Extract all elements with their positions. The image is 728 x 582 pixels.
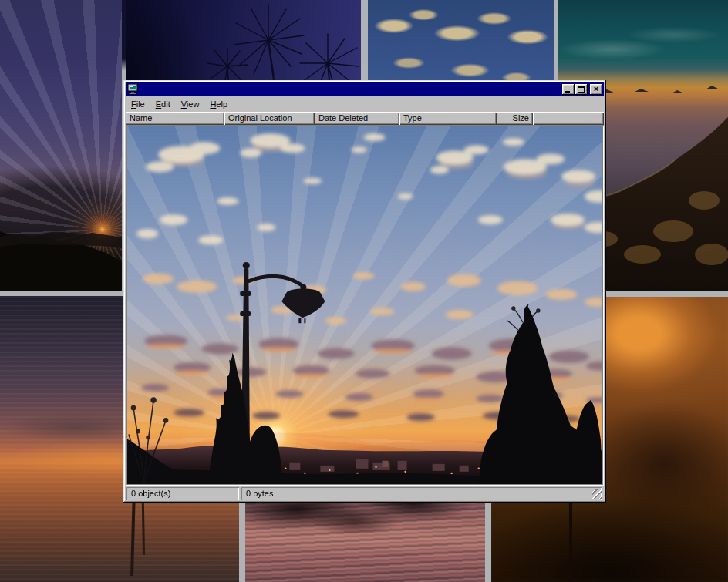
menu-view[interactable]: View [177,98,204,111]
recycle-bin-window: × File Edit View Help Name Original Loca… [123,80,606,503]
column-header-size[interactable]: Size [497,112,533,125]
column-header-date-deleted[interactable]: Date Deleted [315,112,399,125]
column-header-type[interactable]: Type [399,112,497,125]
maximize-icon [578,86,585,93]
menu-edit[interactable]: Edit [151,98,175,111]
minimize-icon [565,91,570,93]
column-header-name[interactable]: Name [126,112,224,125]
close-icon: × [590,84,602,95]
close-button[interactable]: × [590,84,602,95]
thin-pole-icon [569,496,572,582]
menu-bar: File Edit View Help [126,96,604,112]
column-header-original-location[interactable]: Original Location [224,112,315,125]
sunset-rays-hill [0,0,122,291]
minimize-button[interactable] [562,84,575,95]
menu-help[interactable]: Help [205,98,232,111]
maximize-button[interactable] [575,84,588,95]
window-titlebar[interactable]: × [126,82,604,96]
right-tree-group [479,305,602,484]
list-view-area[interactable] [126,125,604,486]
computer-icon[interactable] [127,84,140,95]
status-bar: 0 object(s) 0 bytes [126,486,604,500]
column-header-empty[interactable] [533,112,604,125]
list-column-headers: Name Original Location Date Deleted Type… [126,112,604,125]
menu-file[interactable]: File [126,98,150,111]
resize-grip[interactable] [592,489,602,499]
status-object-count: 0 object(s) [126,487,239,500]
bg-tile-sunset-rays [0,0,122,291]
status-size: 0 bytes [241,487,602,500]
sunset-photo-background [127,126,602,484]
photo-foreground-silhouettes [127,126,602,484]
